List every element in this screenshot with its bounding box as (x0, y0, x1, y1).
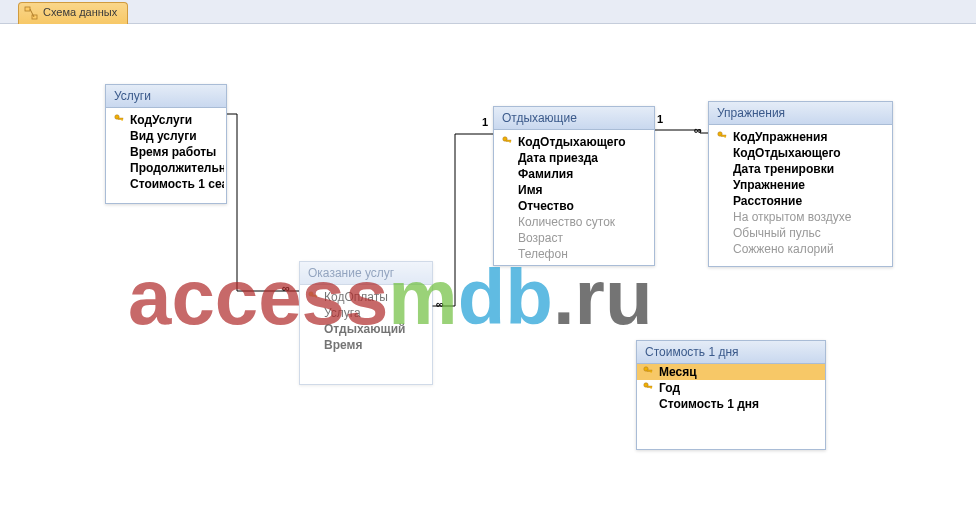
table-body: Месяц Год Стоимость 1 дня (637, 364, 825, 416)
field-label: Вид услуги (130, 129, 197, 143)
field-label: Сожжено калорий (733, 242, 834, 256)
field-row[interactable]: Вид услуги (108, 128, 224, 144)
table-header[interactable]: Упражнения (709, 102, 892, 125)
field-label: КодОтдыхающего (518, 135, 626, 149)
relationships-icon (24, 6, 38, 20)
field-label: Время работы (130, 145, 216, 159)
field-label: Количество суток (518, 215, 615, 229)
table-header[interactable]: Стоимость 1 дня (637, 341, 825, 364)
rel-one-label: 1 (482, 116, 488, 128)
table-stoim[interactable]: Стоимость 1 дня Месяц Год Стоимость 1 дн… (636, 340, 826, 450)
rel-infinity-label: ∞ (694, 124, 702, 136)
field-label: Год (659, 381, 680, 395)
field-label: Месяц (659, 365, 697, 379)
field-row[interactable]: КодУпражнения (711, 129, 890, 145)
field-label: Обычный пульс (733, 226, 821, 240)
field-row[interactable]: Телефон (496, 246, 652, 262)
tab-title: Схема данных (43, 6, 117, 18)
field-label: Отчество (518, 199, 574, 213)
field-label: Имя (518, 183, 543, 197)
primary-key-icon (643, 382, 653, 392)
primary-key-icon (308, 291, 318, 301)
field-row[interactable]: Услуга (302, 305, 430, 321)
table-body: КодУслуги Вид услуги Время работы Продол… (106, 108, 226, 196)
field-row[interactable]: Упражнение (711, 177, 890, 193)
field-label: Расстояние (733, 194, 802, 208)
rel-infinity-label: ∞ (436, 298, 444, 310)
field-row[interactable]: КодУслуги (108, 112, 224, 128)
field-row[interactable]: Время (302, 337, 430, 353)
svg-rect-14 (725, 136, 726, 138)
field-label: Дата приезда (518, 151, 598, 165)
field-row[interactable]: Продолжительнос (108, 160, 224, 176)
field-row[interactable]: Дата приезда (496, 150, 652, 166)
field-row[interactable]: Отчество (496, 198, 652, 214)
table-uprazh[interactable]: Упражнения КодУпражнения КодОтдыхающего … (708, 101, 893, 267)
table-okazanie[interactable]: Оказание услуг КодОплаты Услуга Отдыхающ… (299, 261, 433, 385)
field-row[interactable]: Стоимость 1 сеанс (108, 176, 224, 192)
field-label: На открытом воздухе (733, 210, 851, 224)
field-row[interactable]: Количество суток (496, 214, 652, 230)
field-row[interactable]: Стоимость 1 дня (637, 396, 825, 412)
field-row[interactable]: КодОтдыхающего (711, 145, 890, 161)
field-row[interactable]: Обычный пульс (711, 225, 890, 241)
field-row[interactable]: Сожжено калорий (711, 241, 890, 257)
svg-rect-8 (316, 296, 317, 298)
field-row[interactable]: Возраст (496, 230, 652, 246)
svg-rect-20 (651, 387, 652, 389)
primary-key-icon (643, 366, 653, 376)
field-label: Отдыхающий (324, 322, 405, 336)
field-label: Продолжительнос (130, 161, 224, 175)
field-label: КодУпражнения (733, 130, 827, 144)
table-header[interactable]: Отдыхающие (494, 107, 654, 130)
field-label: Упражнение (733, 178, 805, 192)
primary-key-icon (114, 114, 124, 124)
field-row[interactable]: Год (637, 380, 825, 396)
primary-key-icon (717, 131, 727, 141)
field-label: КодОтдыхающего (733, 146, 841, 160)
svg-rect-0 (25, 7, 30, 11)
field-label: Услуга (324, 306, 361, 320)
table-body: КодУпражнения КодОтдыхающего Дата тренир… (709, 125, 892, 261)
table-body: КодОплаты Услуга Отдыхающий Время (300, 285, 432, 357)
field-label: Стоимость 1 дня (659, 397, 759, 411)
table-body: КодОтдыхающего Дата приезда Фамилия Имя … (494, 130, 654, 266)
field-label: КодОплаты (324, 290, 388, 304)
table-header[interactable]: Услуги (106, 85, 226, 108)
svg-rect-11 (510, 141, 511, 143)
field-row[interactable]: КодОплаты (302, 289, 430, 305)
rel-infinity-label: ∞ (282, 282, 290, 294)
primary-key-icon (502, 136, 512, 146)
rel-one-label: 1 (657, 113, 663, 125)
field-row[interactable]: Отдыхающий (302, 321, 430, 337)
relationships-canvas[interactable]: 1 ∞ 1 ∞ 1 ∞ Услуги КодУслуги Вид услуги … (0, 24, 976, 527)
tab-bar: Схема данных (0, 0, 976, 24)
field-label: Телефон (518, 247, 568, 261)
field-label: КодУслуги (130, 113, 192, 127)
table-header[interactable]: Оказание услуг (300, 262, 432, 285)
field-label: Время (324, 338, 362, 352)
field-row[interactable]: Расстояние (711, 193, 890, 209)
field-row[interactable]: КодОтдыхающего (496, 134, 652, 150)
svg-rect-17 (651, 371, 652, 373)
field-row[interactable]: Дата тренировки (711, 161, 890, 177)
svg-rect-5 (122, 119, 123, 121)
field-label: Дата тренировки (733, 162, 834, 176)
field-label: Стоимость 1 сеанс (130, 177, 224, 191)
table-otdyh[interactable]: Отдыхающие КодОтдыхающего Дата приезда Ф… (493, 106, 655, 266)
field-row[interactable]: На открытом воздухе (711, 209, 890, 225)
tab-schema[interactable]: Схема данных (18, 2, 128, 24)
field-label: Фамилия (518, 167, 573, 181)
field-row-selected[interactable]: Месяц (637, 364, 825, 380)
table-uslugi[interactable]: Услуги КодУслуги Вид услуги Время работы… (105, 84, 227, 204)
field-row[interactable]: Имя (496, 182, 652, 198)
field-row[interactable]: Время работы (108, 144, 224, 160)
field-row[interactable]: Фамилия (496, 166, 652, 182)
field-label: Возраст (518, 231, 563, 245)
